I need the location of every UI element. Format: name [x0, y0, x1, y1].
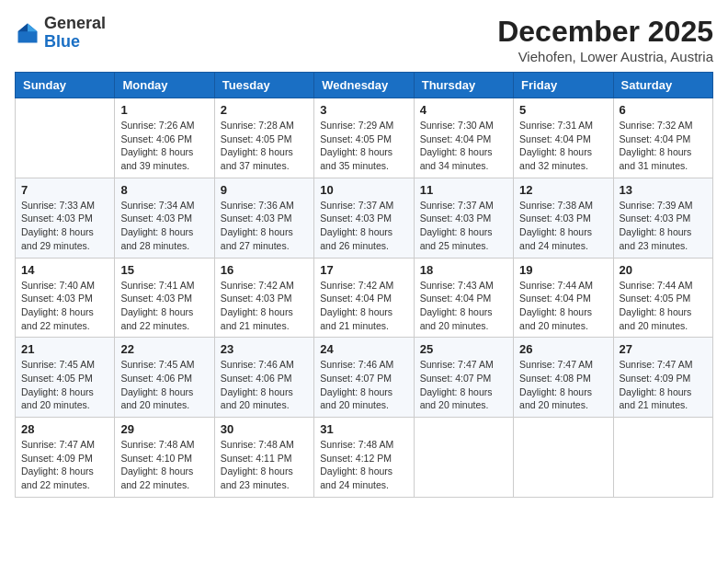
day-info: Sunrise: 7:45 AMSunset: 4:06 PMDaylight:… [120, 358, 208, 412]
day-number: 27 [620, 342, 707, 356]
calendar-cell [613, 418, 712, 498]
calendar-cell: 16Sunrise: 7:42 AMSunset: 4:03 PMDayligh… [214, 258, 313, 338]
calendar-cell: 1Sunrise: 7:26 AMSunset: 4:06 PMDaylight… [115, 98, 214, 178]
calendar-header-friday: Friday [514, 73, 613, 98]
calendar-cell: 8Sunrise: 7:34 AMSunset: 4:03 PMDaylight… [115, 178, 214, 258]
title-block: December 2025 Viehofen, Lower Austria, A… [497, 15, 713, 64]
day-info: Sunrise: 7:32 AMSunset: 4:04 PMDaylight:… [620, 119, 707, 173]
calendar-week-row: 1Sunrise: 7:26 AMSunset: 4:06 PMDaylight… [16, 98, 713, 178]
logo: General Blue [15, 15, 106, 52]
day-info: Sunrise: 7:47 AMSunset: 4:09 PMDaylight:… [620, 358, 707, 412]
calendar-header-wednesday: Wednesday [314, 73, 414, 98]
day-number: 12 [519, 183, 607, 197]
calendar-cell: 5Sunrise: 7:31 AMSunset: 4:04 PMDaylight… [514, 98, 613, 178]
day-number: 23 [221, 342, 308, 356]
calendar-header-saturday: Saturday [613, 73, 712, 98]
day-number: 22 [120, 342, 208, 356]
calendar-header-tuesday: Tuesday [214, 73, 313, 98]
day-info: Sunrise: 7:42 AMSunset: 4:04 PMDaylight:… [320, 279, 407, 333]
calendar-week-row: 7Sunrise: 7:33 AMSunset: 4:03 PMDaylight… [16, 178, 713, 258]
day-info: Sunrise: 7:47 AMSunset: 4:09 PMDaylight:… [21, 438, 108, 492]
calendar-cell: 30Sunrise: 7:48 AMSunset: 4:11 PMDayligh… [214, 418, 313, 498]
logo-text: General Blue [44, 15, 106, 52]
day-info: Sunrise: 7:38 AMSunset: 4:03 PMDaylight:… [519, 199, 607, 253]
day-number: 17 [320, 263, 407, 277]
day-number: 4 [420, 103, 507, 117]
month-title: December 2025 [497, 15, 713, 49]
day-info: Sunrise: 7:48 AMSunset: 4:10 PMDaylight:… [120, 438, 208, 492]
day-number: 11 [420, 183, 507, 197]
calendar-cell: 20Sunrise: 7:44 AMSunset: 4:05 PMDayligh… [613, 258, 712, 338]
day-info: Sunrise: 7:33 AMSunset: 4:03 PMDaylight:… [21, 199, 108, 253]
day-info: Sunrise: 7:40 AMSunset: 4:03 PMDaylight:… [21, 279, 108, 333]
day-info: Sunrise: 7:31 AMSunset: 4:04 PMDaylight:… [519, 119, 607, 173]
calendar-cell: 18Sunrise: 7:43 AMSunset: 4:04 PMDayligh… [414, 258, 513, 338]
calendar-cell: 7Sunrise: 7:33 AMSunset: 4:03 PMDaylight… [16, 178, 115, 258]
day-info: Sunrise: 7:46 AMSunset: 4:07 PMDaylight:… [320, 358, 407, 412]
day-number: 15 [120, 263, 208, 277]
day-number: 6 [620, 103, 707, 117]
calendar-cell: 22Sunrise: 7:45 AMSunset: 4:06 PMDayligh… [115, 338, 214, 418]
calendar-cell [16, 98, 115, 178]
calendar-cell: 21Sunrise: 7:45 AMSunset: 4:05 PMDayligh… [16, 338, 115, 418]
calendar-cell: 28Sunrise: 7:47 AMSunset: 4:09 PMDayligh… [16, 418, 115, 498]
day-number: 21 [21, 342, 108, 356]
calendar-week-row: 28Sunrise: 7:47 AMSunset: 4:09 PMDayligh… [16, 418, 713, 498]
calendar-cell: 29Sunrise: 7:48 AMSunset: 4:10 PMDayligh… [115, 418, 214, 498]
day-number: 25 [420, 342, 507, 356]
day-info: Sunrise: 7:43 AMSunset: 4:04 PMDaylight:… [420, 279, 507, 333]
calendar-cell: 23Sunrise: 7:46 AMSunset: 4:06 PMDayligh… [214, 338, 313, 418]
calendar-week-row: 21Sunrise: 7:45 AMSunset: 4:05 PMDayligh… [16, 338, 713, 418]
day-number: 7 [21, 183, 108, 197]
day-info: Sunrise: 7:39 AMSunset: 4:03 PMDaylight:… [620, 199, 707, 253]
day-info: Sunrise: 7:37 AMSunset: 4:03 PMDaylight:… [420, 199, 507, 253]
calendar-cell: 13Sunrise: 7:39 AMSunset: 4:03 PMDayligh… [613, 178, 712, 258]
day-info: Sunrise: 7:37 AMSunset: 4:03 PMDaylight:… [320, 199, 407, 253]
day-info: Sunrise: 7:44 AMSunset: 4:05 PMDaylight:… [620, 279, 707, 333]
day-info: Sunrise: 7:28 AMSunset: 4:05 PMDaylight:… [221, 119, 308, 173]
calendar-table: SundayMondayTuesdayWednesdayThursdayFrid… [15, 72, 713, 498]
calendar-cell: 17Sunrise: 7:42 AMSunset: 4:04 PMDayligh… [314, 258, 414, 338]
calendar-header-monday: Monday [115, 73, 214, 98]
calendar-cell: 11Sunrise: 7:37 AMSunset: 4:03 PMDayligh… [414, 178, 513, 258]
day-number: 10 [320, 183, 407, 197]
page-header: General Blue December 2025 Viehofen, Low… [15, 15, 713, 64]
day-info: Sunrise: 7:30 AMSunset: 4:04 PMDaylight:… [420, 119, 507, 173]
day-number: 30 [221, 422, 308, 436]
calendar-cell: 12Sunrise: 7:38 AMSunset: 4:03 PMDayligh… [514, 178, 613, 258]
day-info: Sunrise: 7:45 AMSunset: 4:05 PMDaylight:… [21, 358, 108, 412]
calendar-cell: 4Sunrise: 7:30 AMSunset: 4:04 PMDaylight… [414, 98, 513, 178]
day-number: 24 [320, 342, 407, 356]
day-number: 26 [519, 342, 607, 356]
day-info: Sunrise: 7:44 AMSunset: 4:04 PMDaylight:… [519, 279, 607, 333]
day-number: 29 [120, 422, 208, 436]
calendar-cell: 6Sunrise: 7:32 AMSunset: 4:04 PMDaylight… [613, 98, 712, 178]
day-number: 13 [620, 183, 707, 197]
day-info: Sunrise: 7:41 AMSunset: 4:03 PMDaylight:… [120, 279, 208, 333]
day-info: Sunrise: 7:46 AMSunset: 4:06 PMDaylight:… [221, 358, 308, 412]
day-number: 28 [21, 422, 108, 436]
calendar-cell: 15Sunrise: 7:41 AMSunset: 4:03 PMDayligh… [115, 258, 214, 338]
calendar-cell: 26Sunrise: 7:47 AMSunset: 4:08 PMDayligh… [514, 338, 613, 418]
day-number: 2 [221, 103, 308, 117]
day-info: Sunrise: 7:26 AMSunset: 4:06 PMDaylight:… [120, 119, 208, 173]
calendar-header-thursday: Thursday [414, 73, 513, 98]
day-info: Sunrise: 7:42 AMSunset: 4:03 PMDaylight:… [221, 279, 308, 333]
day-info: Sunrise: 7:47 AMSunset: 4:08 PMDaylight:… [519, 358, 607, 412]
calendar-cell: 25Sunrise: 7:47 AMSunset: 4:07 PMDayligh… [414, 338, 513, 418]
day-info: Sunrise: 7:48 AMSunset: 4:11 PMDaylight:… [221, 438, 308, 492]
day-number: 14 [21, 263, 108, 277]
calendar-cell: 24Sunrise: 7:46 AMSunset: 4:07 PMDayligh… [314, 338, 414, 418]
calendar-cell: 31Sunrise: 7:48 AMSunset: 4:12 PMDayligh… [314, 418, 414, 498]
day-number: 20 [620, 263, 707, 277]
calendar-cell [414, 418, 513, 498]
day-info: Sunrise: 7:48 AMSunset: 4:12 PMDaylight:… [320, 438, 407, 492]
calendar-cell: 10Sunrise: 7:37 AMSunset: 4:03 PMDayligh… [314, 178, 414, 258]
location: Viehofen, Lower Austria, Austria [497, 49, 713, 64]
day-info: Sunrise: 7:47 AMSunset: 4:07 PMDaylight:… [420, 358, 507, 412]
calendar-cell: 19Sunrise: 7:44 AMSunset: 4:04 PMDayligh… [514, 258, 613, 338]
svg-marker-1 [28, 23, 38, 31]
day-info: Sunrise: 7:29 AMSunset: 4:05 PMDaylight:… [320, 119, 407, 173]
calendar-cell: 3Sunrise: 7:29 AMSunset: 4:05 PMDaylight… [314, 98, 414, 178]
logo-icon [15, 20, 40, 46]
